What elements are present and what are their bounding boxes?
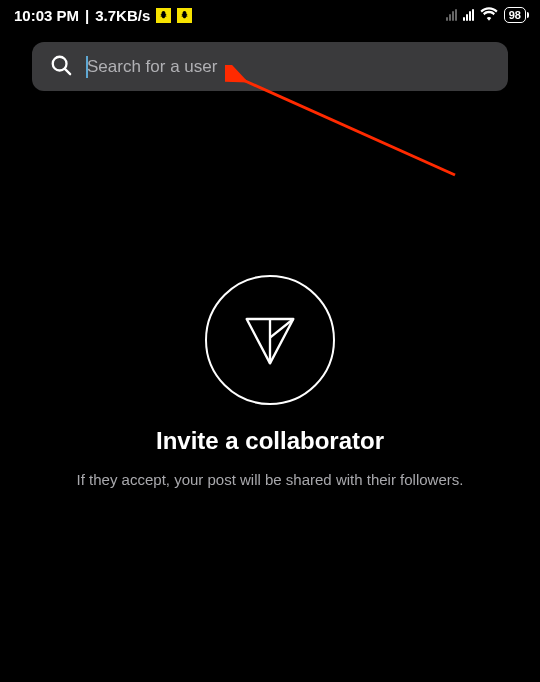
search-input[interactable] (86, 57, 490, 77)
battery-icon: 98 (504, 7, 526, 23)
empty-state-subtitle: If they accept, your post will be shared… (77, 469, 464, 491)
signal-icon (463, 9, 474, 21)
status-separator: | (85, 7, 89, 24)
status-bar-left: 10:03 PM | 3.7KB/s (14, 7, 192, 24)
snapchat-icon (156, 8, 171, 23)
empty-state: Invite a collaborator If they accept, yo… (0, 275, 540, 491)
status-net-speed: 3.7KB/s (95, 7, 150, 24)
svg-line-3 (243, 80, 455, 175)
empty-state-title: Invite a collaborator (156, 427, 384, 455)
battery-level: 98 (509, 9, 521, 21)
snapchat-icon (177, 8, 192, 23)
search-bar[interactable] (32, 42, 508, 91)
status-time: 10:03 PM (14, 7, 79, 24)
status-bar: 10:03 PM | 3.7KB/s 98 (0, 0, 540, 30)
search-icon (50, 54, 72, 80)
wifi-icon (480, 7, 498, 24)
signal-icon (446, 9, 457, 21)
status-bar-right: 98 (446, 7, 526, 24)
svg-line-1 (65, 69, 70, 74)
send-icon (205, 275, 335, 405)
